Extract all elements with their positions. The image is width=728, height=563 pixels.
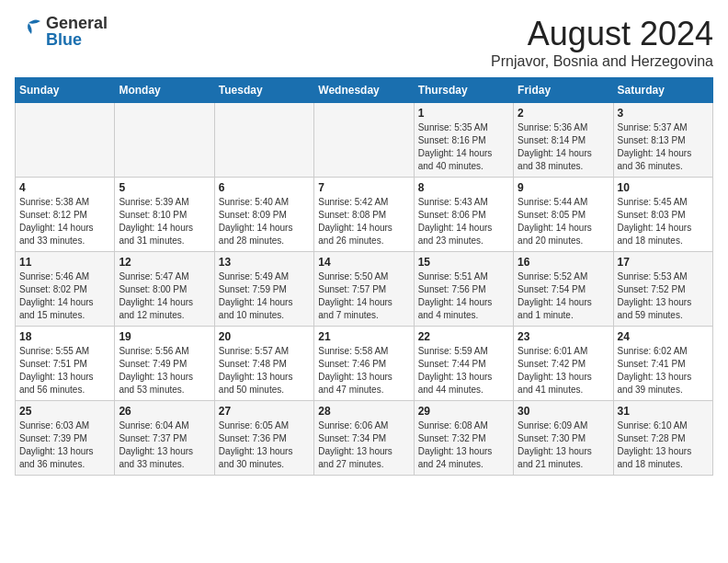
calendar-header: SundayMondayTuesdayWednesdayThursdayFrid… [16,78,713,103]
calendar-day-cell [214,103,313,178]
calendar-day-cell: 9Sunrise: 5:44 AM Sunset: 8:05 PM Daylig… [514,178,613,252]
day-info: Sunrise: 5:57 AM Sunset: 7:48 PM Dayligh… [219,345,310,396]
calendar-day-cell: 2Sunrise: 5:36 AM Sunset: 8:14 PM Daylig… [514,103,613,178]
day-info: Sunrise: 5:42 AM Sunset: 8:08 PM Dayligh… [318,196,409,247]
title-block: August 2024 Prnjavor, Bosnia and Herzego… [491,15,713,70]
day-info: Sunrise: 5:56 AM Sunset: 7:49 PM Dayligh… [119,345,210,396]
calendar-day-cell: 4Sunrise: 5:38 AM Sunset: 8:12 PM Daylig… [16,178,115,252]
calendar-day-cell: 18Sunrise: 5:55 AM Sunset: 7:51 PM Dayli… [16,327,115,401]
calendar-day-cell [16,103,115,178]
day-number: 24 [618,330,709,343]
calendar-table: SundayMondayTuesdayWednesdayThursdayFrid… [15,77,713,476]
day-number: 18 [19,330,110,343]
calendar-day-cell [314,103,414,178]
day-number: 11 [19,256,110,269]
calendar-day-cell: 8Sunrise: 5:43 AM Sunset: 8:06 PM Daylig… [414,178,513,252]
calendar-day-cell: 26Sunrise: 6:04 AM Sunset: 7:37 PM Dayli… [115,401,214,476]
calendar-day-cell: 21Sunrise: 5:58 AM Sunset: 7:46 PM Dayli… [314,327,414,401]
day-info: Sunrise: 5:38 AM Sunset: 8:12 PM Dayligh… [19,196,110,247]
day-info: Sunrise: 6:06 AM Sunset: 7:34 PM Dayligh… [318,419,409,471]
day-info: Sunrise: 5:36 AM Sunset: 8:14 PM Dayligh… [518,121,609,173]
calendar-day-cell: 30Sunrise: 6:09 AM Sunset: 7:30 PM Dayli… [514,401,613,476]
day-number: 26 [119,405,210,418]
calendar-week-row: 25Sunrise: 6:03 AM Sunset: 7:39 PM Dayli… [16,401,713,476]
day-info: Sunrise: 5:53 AM Sunset: 7:52 PM Dayligh… [618,270,709,322]
day-info: Sunrise: 5:47 AM Sunset: 8:00 PM Dayligh… [119,270,210,322]
day-number: 22 [418,330,509,343]
calendar-day-cell: 7Sunrise: 5:42 AM Sunset: 8:08 PM Daylig… [314,178,414,252]
logo-general: General [46,15,108,31]
logo-icon [15,16,42,47]
day-number: 25 [19,405,110,418]
day-number: 30 [518,405,609,418]
day-info: Sunrise: 5:52 AM Sunset: 7:54 PM Dayligh… [518,270,609,322]
day-number: 1 [418,107,509,120]
page-header: General Blue August 2024 Prnjavor, Bosni… [15,15,713,70]
calendar-day-cell: 3Sunrise: 5:37 AM Sunset: 8:13 PM Daylig… [613,103,712,178]
day-number: 3 [618,107,709,120]
calendar-day-cell [115,103,214,178]
day-number: 5 [119,181,210,194]
day-number: 9 [518,181,609,194]
day-info: Sunrise: 5:55 AM Sunset: 7:51 PM Dayligh… [19,345,110,396]
day-number: 6 [219,181,310,194]
month-year: August 2024 [491,15,713,53]
day-number: 12 [119,256,210,269]
day-info: Sunrise: 5:58 AM Sunset: 7:46 PM Dayligh… [318,345,409,396]
calendar-day-cell: 23Sunrise: 6:01 AM Sunset: 7:42 PM Dayli… [514,327,613,401]
calendar-week-row: 18Sunrise: 5:55 AM Sunset: 7:51 PM Dayli… [16,327,713,401]
day-info: Sunrise: 6:10 AM Sunset: 7:28 PM Dayligh… [618,419,709,471]
calendar-day-cell: 14Sunrise: 5:50 AM Sunset: 7:57 PM Dayli… [314,252,414,327]
calendar-day-cell: 24Sunrise: 6:02 AM Sunset: 7:41 PM Dayli… [613,327,712,401]
weekday-header: Wednesday [314,78,414,103]
day-info: Sunrise: 6:04 AM Sunset: 7:37 PM Dayligh… [119,419,210,471]
day-info: Sunrise: 5:44 AM Sunset: 8:05 PM Dayligh… [518,196,609,247]
calendar-day-cell: 6Sunrise: 5:40 AM Sunset: 8:09 PM Daylig… [214,178,313,252]
calendar-day-cell: 17Sunrise: 5:53 AM Sunset: 7:52 PM Dayli… [613,252,712,327]
day-info: Sunrise: 6:02 AM Sunset: 7:41 PM Dayligh… [618,345,709,396]
calendar-day-cell: 31Sunrise: 6:10 AM Sunset: 7:28 PM Dayli… [613,401,712,476]
day-info: Sunrise: 5:51 AM Sunset: 7:56 PM Dayligh… [418,270,509,322]
day-number: 10 [618,181,709,194]
calendar-day-cell: 11Sunrise: 5:46 AM Sunset: 8:02 PM Dayli… [16,252,115,327]
day-number: 16 [518,256,609,269]
calendar-week-row: 4Sunrise: 5:38 AM Sunset: 8:12 PM Daylig… [16,178,713,252]
day-number: 29 [418,405,509,418]
calendar-body: 1Sunrise: 5:35 AM Sunset: 8:16 PM Daylig… [16,103,713,476]
calendar-day-cell: 20Sunrise: 5:57 AM Sunset: 7:48 PM Dayli… [214,327,313,401]
day-info: Sunrise: 5:35 AM Sunset: 8:16 PM Dayligh… [418,121,509,173]
day-info: Sunrise: 5:59 AM Sunset: 7:44 PM Dayligh… [418,345,509,396]
day-info: Sunrise: 5:43 AM Sunset: 8:06 PM Dayligh… [418,196,509,247]
day-number: 7 [318,181,409,194]
calendar-day-cell: 22Sunrise: 5:59 AM Sunset: 7:44 PM Dayli… [414,327,513,401]
day-number: 19 [119,330,210,343]
weekday-header: Saturday [613,78,712,103]
day-number: 13 [219,256,310,269]
day-number: 20 [219,330,310,343]
logo-text: General Blue [46,15,108,48]
day-info: Sunrise: 5:46 AM Sunset: 8:02 PM Dayligh… [19,270,110,322]
day-number: 23 [518,330,609,343]
logo-blue: Blue [46,31,108,48]
day-info: Sunrise: 5:39 AM Sunset: 8:10 PM Dayligh… [119,196,210,247]
calendar-day-cell: 27Sunrise: 6:05 AM Sunset: 7:36 PM Dayli… [214,401,313,476]
location: Prnjavor, Bosnia and Herzegovina [491,53,713,70]
calendar-day-cell: 13Sunrise: 5:49 AM Sunset: 7:59 PM Dayli… [214,252,313,327]
logo: General Blue [15,15,108,48]
day-info: Sunrise: 5:40 AM Sunset: 8:09 PM Dayligh… [219,196,310,247]
day-info: Sunrise: 5:37 AM Sunset: 8:13 PM Dayligh… [618,121,709,173]
calendar-day-cell: 15Sunrise: 5:51 AM Sunset: 7:56 PM Dayli… [414,252,513,327]
weekday-header: Friday [514,78,613,103]
calendar-day-cell: 25Sunrise: 6:03 AM Sunset: 7:39 PM Dayli… [16,401,115,476]
weekday-header-row: SundayMondayTuesdayWednesdayThursdayFrid… [16,78,713,103]
day-number: 28 [318,405,409,418]
day-info: Sunrise: 6:01 AM Sunset: 7:42 PM Dayligh… [518,345,609,396]
calendar-day-cell: 1Sunrise: 5:35 AM Sunset: 8:16 PM Daylig… [414,103,513,178]
day-info: Sunrise: 6:09 AM Sunset: 7:30 PM Dayligh… [518,419,609,471]
day-info: Sunrise: 6:05 AM Sunset: 7:36 PM Dayligh… [219,419,310,471]
day-info: Sunrise: 5:49 AM Sunset: 7:59 PM Dayligh… [219,270,310,322]
calendar-day-cell: 19Sunrise: 5:56 AM Sunset: 7:49 PM Dayli… [115,327,214,401]
calendar-day-cell: 29Sunrise: 6:08 AM Sunset: 7:32 PM Dayli… [414,401,513,476]
calendar-day-cell: 16Sunrise: 5:52 AM Sunset: 7:54 PM Dayli… [514,252,613,327]
day-info: Sunrise: 5:50 AM Sunset: 7:57 PM Dayligh… [318,270,409,322]
